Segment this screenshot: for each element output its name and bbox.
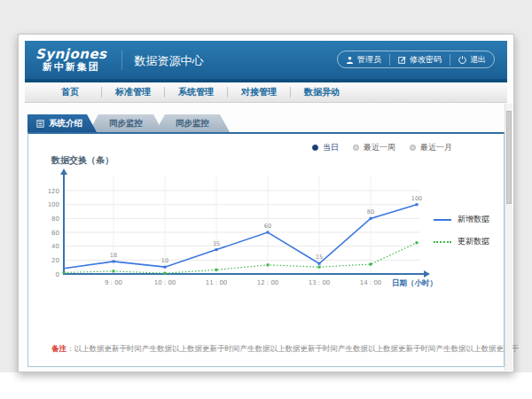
tab-bar: 系统介绍 同步监控 同步监控 [27,114,507,132]
svg-text:20: 20 [51,257,59,264]
nav-item-standard-mgmt[interactable]: 标准管理 [102,82,164,102]
footnote-label: 备注 [51,344,66,353]
radio-last-week[interactable]: 最近一周 [353,142,395,153]
radio-label: 最近一周 [364,142,395,153]
user-icon [346,56,354,64]
tab-label: 系统介绍 [49,118,82,129]
radio-last-month[interactable]: 最近一月 [410,142,452,153]
svg-text:10: 10 [161,257,168,264]
change-password-button[interactable]: 修改密码 [389,54,450,66]
svg-text:100: 100 [411,195,422,202]
logo-en: Synjones [35,47,107,62]
footnote-text: ：以上数据更新于时间产生数据以上数据更新于时间产生数据以上数据更新于时间产生数据… [66,344,519,353]
svg-text:日期（小时）: 日期（小时） [392,278,437,287]
app-header: Synjones 新中新集团 数据资源中心 管理员 修改密码 退出 [25,41,507,79]
radio-today[interactable]: 当日 [312,142,339,153]
svg-text:0: 0 [56,271,59,278]
user-toolbar: 管理员 修改密码 退出 [337,51,495,68]
svg-text:18: 18 [110,252,117,259]
svg-text:100: 100 [48,201,59,208]
logo-cn: 新中新集团 [35,62,107,73]
svg-text:60: 60 [264,223,271,230]
app-window: Synjones 新中新集团 数据资源中心 管理员 修改密码 退出 首页 标准管… [18,34,514,372]
nav-item-home[interactable]: 首页 [39,82,101,102]
radio-label: 最近一月 [420,142,452,153]
tab-label: 同步监控 [176,118,209,129]
svg-text:15: 15 [316,254,323,261]
legend-item-new-data: 新增数据 [434,214,489,225]
svg-text:11 : 00: 11 : 00 [206,279,228,286]
footnote: 备注：以上数据更新于时间产生数据以上数据更新于时间产生数据以上数据更新于时间产生… [51,344,519,355]
legend-item-update-data: 更新数据 [434,236,489,247]
svg-text:80: 80 [51,215,59,223]
logout-label: 退出 [470,54,486,66]
range-filter-group: 当日 最近一周 最近一月 [312,142,452,153]
radio-dot [312,145,318,151]
line-chart: 0204060801001209 : 0010 : 0011 : 0012 : … [41,168,442,302]
tab-sync-monitor-2[interactable]: 同步监控 [155,114,230,132]
nav-item-interface-mgmt[interactable]: 对接管理 [228,82,290,102]
nav-item-data-change[interactable]: 数据异动 [291,82,353,102]
document-icon [36,120,44,128]
edit-icon [398,56,406,64]
radio-dot [410,145,416,151]
nav-item-system-mgmt[interactable]: 系统管理 [165,82,227,102]
vertical-scrollbar[interactable] [505,104,512,371]
svg-text:80: 80 [367,208,374,215]
svg-text:14 : 00: 14 : 00 [360,279,382,286]
svg-text:40: 40 [51,243,59,250]
radio-dot [353,145,359,151]
main-nav: 首页 标准管理 系统管理 对接管理 数据异动 [25,82,507,103]
svg-text:9 : 00: 9 : 00 [105,279,122,286]
legend-label: 新增数据 [458,214,489,225]
legend-line-solid [434,219,451,221]
chart-legend: 新增数据 更新数据 [434,214,489,247]
legend-line-dotted [434,241,451,243]
change-password-label: 修改密码 [410,54,442,66]
user-name: 管理员 [357,54,381,66]
legend-label: 更新数据 [458,236,489,247]
logo: Synjones 新中新集团 [25,47,120,73]
tab-content-panel: 当日 最近一周 最近一月 数据交换（条） 0204060801001209 : … [27,132,505,367]
tab-system-intro[interactable]: 系统介绍 [27,114,97,132]
radio-label: 当日 [323,142,339,153]
svg-text:13 : 00: 13 : 00 [309,279,331,286]
svg-text:60: 60 [51,230,59,237]
svg-text:12 : 00: 12 : 00 [257,279,279,286]
svg-text:35: 35 [213,240,220,247]
page-title: 数据资源中心 [121,51,204,70]
chart-y-axis-title: 数据交换（条） [51,154,113,167]
power-icon [458,56,466,64]
logout-button[interactable]: 退出 [450,54,494,66]
svg-text:120: 120 [48,188,59,195]
tab-sync-monitor-1[interactable]: 同步监控 [89,114,163,132]
svg-text:10 : 00: 10 : 00 [154,279,176,286]
current-user-button[interactable]: 管理员 [338,54,389,66]
tab-label: 同步监控 [109,118,143,129]
